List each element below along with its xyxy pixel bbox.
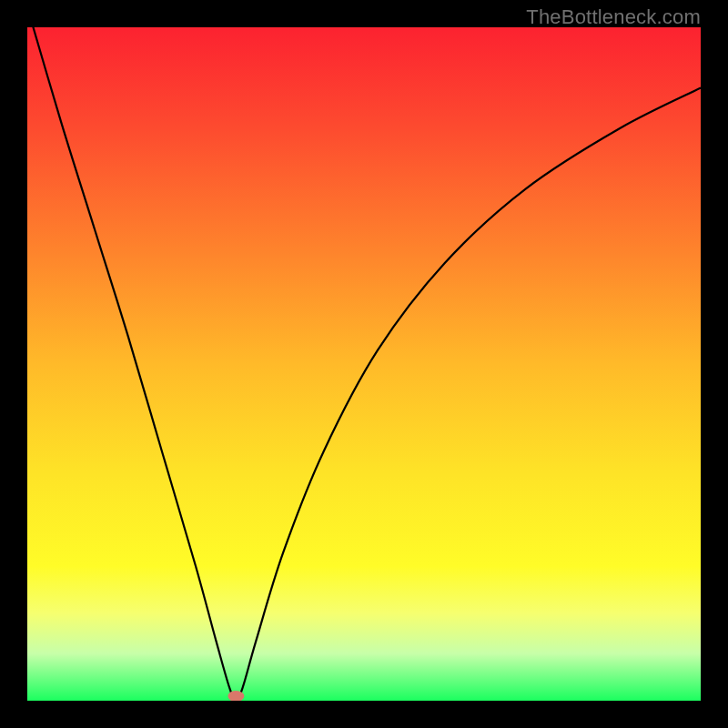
chart-svg xyxy=(27,27,701,701)
plot-area xyxy=(27,27,701,701)
chart-frame: TheBottleneck.com xyxy=(0,0,728,728)
bottleneck-curve-path xyxy=(27,27,701,701)
watermark-text: TheBottleneck.com xyxy=(526,5,701,29)
